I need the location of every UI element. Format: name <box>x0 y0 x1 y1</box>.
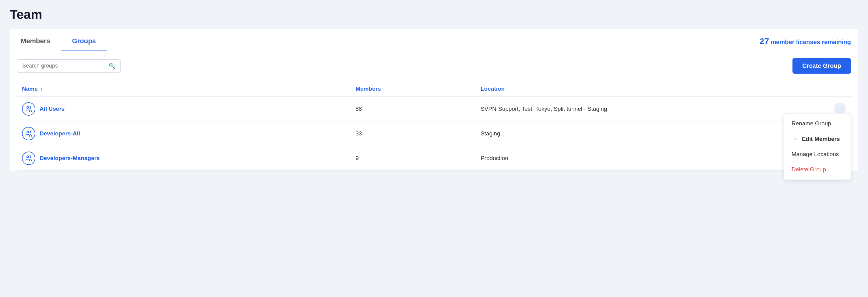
arrow-icon: → <box>792 135 798 142</box>
create-group-button[interactable]: Create Group <box>793 58 851 74</box>
table-row: Developers-All 33Staging <box>17 122 851 146</box>
group-name-link[interactable]: All Users <box>40 106 65 112</box>
tabs-container: Members Groups 27 member licenses remain… <box>10 29 858 51</box>
tab-groups[interactable]: Groups <box>61 32 107 52</box>
group-name-cell: Developers-All <box>22 127 346 140</box>
search-icon: 🔍 <box>109 63 116 69</box>
licenses-info: 27 member licenses remaining <box>760 36 858 46</box>
location-cell: SVPN-Support, Test, Tokyo, Split tunnel … <box>476 97 809 122</box>
group-name-link[interactable]: Developers-All <box>40 130 80 137</box>
group-icon <box>22 152 35 165</box>
sort-icon: ↑ <box>40 87 43 92</box>
members-cell: 88 <box>350 97 476 122</box>
search-input[interactable] <box>22 63 107 69</box>
svg-point-2 <box>27 156 29 158</box>
group-name-cell: Developers-Managers <box>22 152 346 165</box>
svg-point-0 <box>27 106 29 108</box>
licenses-count: 27 <box>760 36 769 46</box>
dropdown-menu: Rename Group →Edit Members Manage Locati… <box>784 113 851 180</box>
manage-locations-item[interactable]: Manage Locations <box>784 147 850 162</box>
group-name-cell: All Users <box>22 102 346 116</box>
licenses-text: member licenses remaining <box>771 39 851 45</box>
rename-group-item[interactable]: Rename Group <box>784 116 850 131</box>
members-cell: 33 <box>350 122 476 146</box>
action-cell: ⋯ Rename Group →Edit Members Manage Loca… <box>809 97 851 122</box>
tab-members[interactable]: Members <box>10 32 61 52</box>
group-name-link[interactable]: Developers-Managers <box>40 155 100 162</box>
svg-point-1 <box>27 131 29 133</box>
page-title: Team <box>10 7 858 22</box>
group-icon <box>22 102 35 116</box>
group-icon <box>22 127 35 140</box>
table-header-row: Name ↑ Members Location <box>17 81 851 97</box>
col-name[interactable]: Name ↑ <box>17 81 350 97</box>
content-area: 🔍 Create Group Name ↑ Members Location <box>10 51 858 171</box>
edit-members-item[interactable]: →Edit Members <box>784 131 850 147</box>
col-actions <box>809 81 851 97</box>
col-location: Location <box>476 81 809 97</box>
toolbar: 🔍 Create Group <box>17 58 851 74</box>
table-row: Developers-Managers 9Production <box>17 146 851 171</box>
groups-table: Name ↑ Members Location <box>17 81 851 171</box>
location-cell: Staging <box>476 122 809 146</box>
delete-group-item[interactable]: Delete Group <box>784 162 850 177</box>
search-box[interactable]: 🔍 <box>17 59 121 73</box>
col-members: Members <box>350 81 476 97</box>
location-cell: Production <box>476 146 809 171</box>
table-row: All Users 88SVPN-Support, Test, Tokyo, S… <box>17 97 851 122</box>
members-cell: 9 <box>350 146 476 171</box>
